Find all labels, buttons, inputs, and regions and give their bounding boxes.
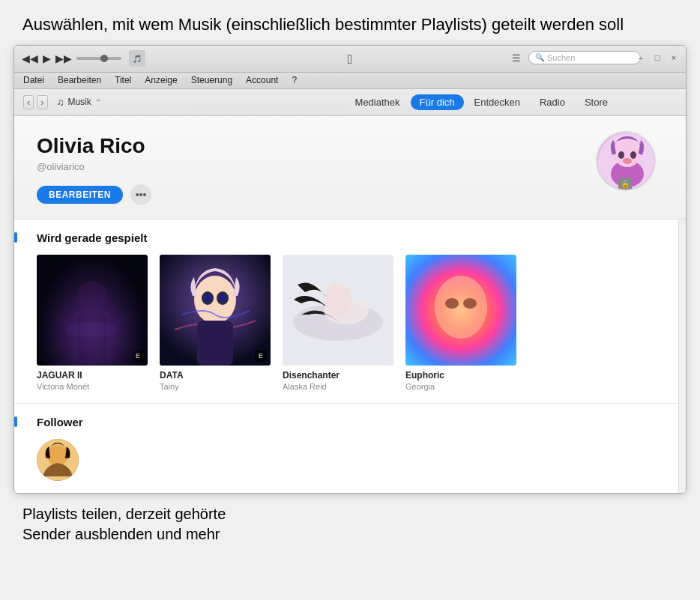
rewind-button[interactable]: ◀◀ <box>22 52 38 64</box>
svg-point-4 <box>630 151 636 159</box>
profile-name: Olivia Rico <box>37 134 663 158</box>
svg-point-22 <box>325 283 351 316</box>
svg-rect-9 <box>77 315 107 366</box>
album-artist: Alaska Reid <box>283 382 393 391</box>
followers-section: Follower <box>14 404 686 493</box>
window-controls-right: – □ × <box>635 53 680 62</box>
album-cover-data: E <box>160 255 271 366</box>
svg-point-10 <box>66 322 118 337</box>
svg-point-5 <box>623 158 632 164</box>
tab-entdecken[interactable]: Entdecken <box>465 94 529 110</box>
albums-grid: E JAGUAR II Victoria Monét <box>37 255 663 391</box>
menu-datei[interactable]: Datei <box>23 75 44 85</box>
menu-titel[interactable]: Titel <box>115 75 131 85</box>
svg-point-29 <box>47 445 68 466</box>
tab-fuer-dich[interactable]: Für dich <box>411 94 464 110</box>
album-title: JAGUAR II <box>37 370 148 381</box>
avatar: 🔒 <box>596 131 656 191</box>
tab-radio[interactable]: Radio <box>531 94 574 110</box>
maximize-button[interactable]: □ <box>651 53 663 62</box>
jaguar-art <box>37 255 148 366</box>
svg-rect-18 <box>197 321 233 366</box>
menu-bar: Datei Bearbeiten Titel Anzeige Steuerung… <box>14 73 686 89</box>
search-icon: 🔍 <box>535 53 544 61</box>
nav-tabs: Mediathek Für dich Entdecken Radio Store <box>346 94 617 110</box>
disenchanter-art <box>283 255 393 366</box>
fastforward-button[interactable]: ▶▶ <box>55 52 72 64</box>
menu-bearbeiten[interactable]: Bearbeiten <box>58 75 101 85</box>
close-button[interactable]: × <box>668 53 680 62</box>
album-title: DATA <box>160 370 271 381</box>
svg-point-16 <box>205 294 211 302</box>
avatar-lock-icon: 🔒 <box>618 178 632 191</box>
svg-point-27 <box>435 276 487 339</box>
artwork-icon: 🎵 <box>129 50 145 67</box>
svg-point-3 <box>618 151 624 159</box>
volume-slider[interactable] <box>76 57 121 60</box>
album-cover-jaguar: E <box>37 255 148 366</box>
apple-logo:  <box>348 52 353 67</box>
edit-button[interactable]: BEARBEITEN <box>37 186 123 204</box>
list-icon[interactable]: ☰ <box>512 52 521 64</box>
svg-point-8 <box>77 281 107 318</box>
profile-section: Olivia Rico @oliviarico BEARBEITEN ••• <box>14 116 686 219</box>
album-artist: Tainy <box>160 382 271 391</box>
follower-svg <box>37 439 79 481</box>
followers-title: Follower <box>37 416 663 428</box>
annotation-top: Auswählen, mit wem Musik (einschließlich… <box>0 0 700 45</box>
album-artist: Georgia <box>405 382 516 391</box>
euphoric-art <box>405 255 516 366</box>
svg-point-13 <box>194 276 236 324</box>
more-button[interactable]: ••• <box>130 184 151 205</box>
menu-steuerung[interactable]: Steuerung <box>191 75 232 85</box>
menu-help[interactable]: ? <box>292 75 297 85</box>
album-artist: Victoria Monét <box>37 382 148 391</box>
now-playing-section: Wird gerade gespielt <box>14 219 686 404</box>
now-playing-title: Wird gerade gespielt <box>37 231 663 244</box>
svg-point-17 <box>220 294 226 302</box>
album-cover-euphoric <box>405 255 516 366</box>
title-bar: ◀◀ ▶ ▶▶ 🎵  ☰ 🔍 Suchen – □ × <box>14 46 686 73</box>
source-dropdown-icon[interactable]: ⌃ <box>95 98 101 106</box>
source-label: Musik <box>67 97 91 107</box>
data-art <box>160 255 271 366</box>
play-button[interactable]: ▶ <box>43 52 51 64</box>
nav-forward[interactable]: › <box>37 95 47 109</box>
follower-avatar[interactable] <box>37 439 79 481</box>
svg-rect-7 <box>37 255 148 366</box>
album-item[interactable]: Disenchanter Alaska Reid <box>283 255 393 391</box>
album-badge: E <box>255 350 267 362</box>
menu-account[interactable]: Account <box>246 75 278 85</box>
album-item[interactable]: Euphoric Georgia <box>405 255 516 391</box>
album-title: Euphoric <box>405 370 516 381</box>
nav-source[interactable]: ♫ Musik ⌃ <box>57 97 101 108</box>
minimize-button[interactable]: – <box>635 53 647 62</box>
search-placeholder: Suchen <box>547 53 575 62</box>
content-area: Olivia Rico @oliviarico BEARBEITEN ••• <box>14 116 686 493</box>
music-note-icon: ♫ <box>57 97 64 108</box>
nav-back[interactable]: ‹ <box>23 95 34 109</box>
itunes-window: ◀◀ ▶ ▶▶ 🎵  ☰ 🔍 Suchen – □ × Datei Bearb… <box>13 45 687 494</box>
search-bar[interactable]: 🔍 Suchen <box>528 51 641 64</box>
album-badge: E <box>132 350 144 362</box>
nav-arrows: ‹ › <box>23 95 48 109</box>
annotation-bottom: Playlists teilen, derzeit gehörteSender … <box>0 494 700 552</box>
tab-mediathek[interactable]: Mediathek <box>346 94 409 110</box>
profile-actions: BEARBEITEN ••• <box>37 184 663 205</box>
tab-store[interactable]: Store <box>576 94 617 110</box>
menu-anzeige[interactable]: Anzeige <box>145 75 177 85</box>
volume-thumb <box>100 55 108 62</box>
album-title: Disenchanter <box>283 370 393 381</box>
album-item[interactable]: E DATA Tainy <box>160 255 271 391</box>
transport-controls: ◀◀ ▶ ▶▶ 🎵 <box>22 50 145 67</box>
album-cover-disenchanter <box>283 255 393 366</box>
svg-rect-6 <box>37 255 148 366</box>
album-item[interactable]: E JAGUAR II Victoria Monét <box>37 255 148 391</box>
profile-handle: @oliviarico <box>37 161 663 172</box>
nav-bar: ‹ › ♫ Musik ⌃ Mediathek Für dich Entdeck… <box>14 89 686 116</box>
follower-avatar-image <box>37 439 79 481</box>
